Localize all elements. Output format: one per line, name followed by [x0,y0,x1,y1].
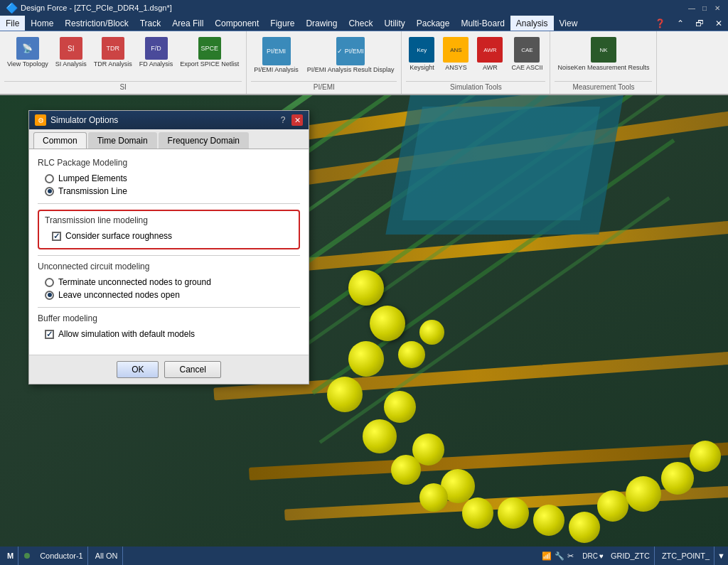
view-topology-label: View Topology [7,61,48,68]
terminate-ground-row: Terminate unconnected nodes to ground [45,277,300,287]
help-button[interactable]: ❓ [649,16,671,31]
status-drc-label: DRC [582,552,598,560]
default-models-label: Allow simulation with default models [58,329,195,339]
ansys-button[interactable]: ANS ANSYS [440,36,471,72]
ribbon-min-button[interactable]: ⌃ [671,16,690,31]
piemi-analysis-button[interactable]: PI/EMI PI/EMI Analysis [251,36,301,75]
dialog-title-bar: ⚙ Simulator Options ? ✕ [29,111,309,129]
piemi-group-label: PI/EMI [251,81,397,91]
status-grid-section: DRC ♥ [582,552,604,560]
surface-roughness-row: Consider surface roughness [52,231,293,241]
status-mode: M [3,547,18,565]
menu-view[interactable]: View [554,16,584,31]
menu-track[interactable]: Track [134,16,167,31]
close-button[interactable]: ✕ [712,3,722,13]
status-indicator [24,553,30,559]
terminate-ground-label: Terminate unconnected nodes to ground [58,277,211,287]
status-heart-icon: ♥ [599,552,604,560]
dialog-help-button[interactable]: ? [277,114,289,126]
unconnected-section-title: Unconnected circuit modeling [38,262,300,273]
buffer-section-title: Buffer modeling [38,313,300,325]
dialog-content: RLC Package Modeling Lumped Elements Tra… [29,149,309,355]
dialog-buttons: OK Cancel [29,355,309,384]
simulator-options-dialog: ⚙ Simulator Options ? ✕ Common Time Doma… [28,110,309,384]
tdr-analysis-label: TDR Analysis [94,61,132,68]
dialog-close-button[interactable]: ✕ [291,114,303,126]
sim-tools-label: Simulation Tools [406,81,545,91]
noiseken-button[interactable]: NK NoiseKen Measurement Results [555,36,652,72]
awr-label: AWR [483,64,498,71]
spice-button[interactable]: SPCE Export SPICE Netlist [177,36,242,70]
status-m-icon: M [7,551,14,560]
default-models-row: Allow simulation with default models [45,329,300,339]
piemi-label: PI/EMI Analysis [254,67,299,74]
terminate-ground-radio[interactable] [45,278,54,287]
keysight-label: Keysight [410,64,434,71]
awr-button[interactable]: AWR AWR [474,36,505,72]
status-grid: GRID_ZTC [606,547,655,565]
measure-tools-label: Measurement Tools [555,81,652,91]
window-restore[interactable]: 🗗 [690,16,710,31]
surface-roughness-label: Consider surface roughness [65,231,172,241]
status-expand-icon[interactable]: ▼ [717,551,725,560]
window-close-menu[interactable]: ✕ [710,16,728,31]
window-title: Design Force - [ZTC_PCIe_DDR4_1.dsgn*] [21,4,172,12]
status-point: ZTC_POINT_ [658,547,714,565]
cae-button[interactable]: CAE CAE ASCII [508,36,545,72]
minimize-button[interactable]: — [687,3,697,13]
piemi-result-button[interactable]: ✓ PI/EMI PI/EMI Analysis Result Display [304,36,397,75]
menu-file[interactable]: File [0,16,25,31]
fd-analysis-label: FD Analysis [139,61,173,68]
tab-time-domain[interactable]: Time Domain [88,132,157,149]
menu-home[interactable]: Home [25,16,59,31]
tab-frequency-domain[interactable]: Frequency Domain [159,132,249,149]
menu-restriction[interactable]: Restriction/Block [59,16,134,31]
leave-open-row: Leave unconnected nodes open [45,290,300,300]
status-allon: All ON [91,547,123,565]
transmission-modeling-title: Transmission line modeling [45,215,293,227]
si-analysis-button[interactable]: SI SI Analysis [53,36,90,70]
cancel-button[interactable]: Cancel [164,361,220,378]
ansys-label: ANSYS [445,64,467,71]
spice-label: Export SPICE Netlist [180,61,239,68]
ok-button[interactable]: OK [117,361,159,378]
status-icons-right: 📶 🔧 ✂ [542,551,574,561]
tdr-analysis-button[interactable]: TDR TDR Analysis [91,36,135,70]
tab-common[interactable]: Common [33,132,87,149]
transmission-line-row: Transmission Line [45,186,300,196]
lumped-elements-label: Lumped Elements [58,173,127,183]
status-wifi-icon: 📶 [542,551,552,561]
app-icon: 🔷 [6,2,18,14]
ribbon: 📡 View Topology SI SI Analysis TDR TDR A… [0,31,728,95]
fd-analysis-button[interactable]: F/D FD Analysis [136,36,176,70]
lumped-elements-row: Lumped Elements [45,173,300,183]
view-topology-button[interactable]: 📡 View Topology [4,36,51,70]
cae-label: CAE ASCII [511,64,542,71]
status-right-icons: ▼ [717,551,725,560]
menu-component[interactable]: Component [209,16,264,31]
dialog-tab-bar: Common Time Domain Frequency Domain [29,129,309,149]
default-models-checkbox[interactable] [45,330,54,339]
status-bar: M Conductor-1 All ON 📶 🔧 ✂ DRC ♥ GRID_ZT… [0,547,728,565]
menu-drawing[interactable]: Drawing [300,16,343,31]
surface-roughness-checkbox[interactable] [52,232,61,241]
menu-figure[interactable]: Figure [264,16,300,31]
rlc-section: RLC Package Modeling Lumped Elements Tra… [38,158,300,196]
piemi-result-label: PI/EMI Analysis Result Display [307,67,395,74]
transmission-line-radio[interactable] [45,187,54,196]
menu-analysis[interactable]: Analysis [510,16,554,31]
leave-open-radio[interactable] [45,291,54,300]
lumped-elements-radio[interactable] [45,174,54,183]
menu-check[interactable]: Check [343,16,378,31]
menu-package[interactable]: Package [411,16,456,31]
dialog-icon: ⚙ [35,114,46,126]
menu-utility[interactable]: Utility [378,16,410,31]
status-tools-icon: 🔧 [555,551,564,561]
maximize-button[interactable]: □ [700,3,710,13]
keysight-button[interactable]: Key Keysight [406,36,437,72]
rlc-section-title: RLC Package Modeling [38,158,300,169]
menu-multiboard[interactable]: Multi-Board [455,16,510,31]
transmission-modeling-section: Transmission line modeling Consider surf… [38,210,300,249]
buffer-section: Buffer modeling Allow simulation with de… [38,313,300,339]
menu-areafill[interactable]: Area Fill [166,16,209,31]
